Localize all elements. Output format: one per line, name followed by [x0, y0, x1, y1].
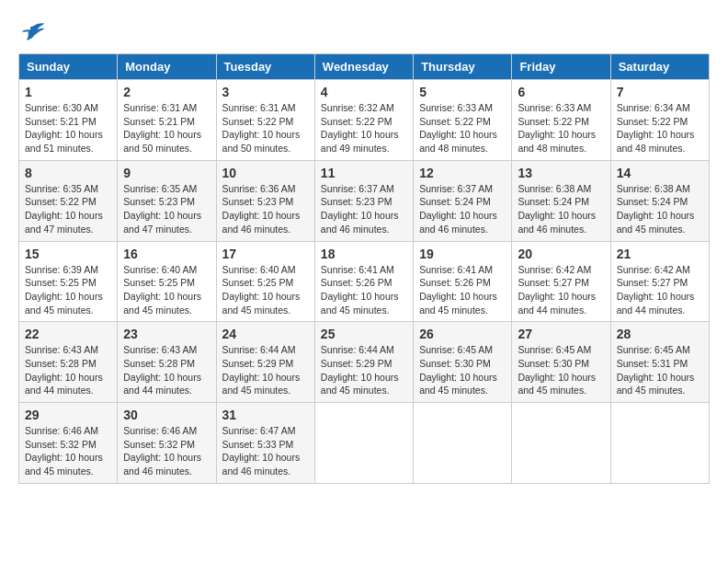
day-info: Sunrise: 6:39 AM Sunset: 5:25 PM Dayligh…	[25, 263, 111, 317]
calendar-cell: 2 Sunrise: 6:31 AM Sunset: 5:21 PM Dayli…	[118, 80, 216, 161]
day-number: 9	[123, 166, 210, 180]
calendar-cell	[512, 403, 610, 484]
calendar-cell	[414, 403, 512, 484]
day-number: 18	[321, 247, 407, 261]
day-number: 17	[222, 247, 309, 261]
day-number: 29	[25, 408, 111, 422]
day-number: 23	[123, 327, 210, 341]
calendar-cell: 26 Sunrise: 6:45 AM Sunset: 5:30 PM Dayl…	[414, 322, 512, 403]
day-info: Sunrise: 6:42 AM Sunset: 5:27 PM Dayligh…	[518, 263, 604, 317]
calendar-body: 1 Sunrise: 6:30 AM Sunset: 5:21 PM Dayli…	[19, 80, 710, 484]
day-info: Sunrise: 6:38 AM Sunset: 5:24 PM Dayligh…	[617, 182, 703, 236]
day-info: Sunrise: 6:43 AM Sunset: 5:28 PM Dayligh…	[25, 343, 111, 397]
day-info: Sunrise: 6:33 AM Sunset: 5:22 PM Dayligh…	[419, 101, 506, 155]
day-number: 2	[123, 85, 210, 99]
day-header-monday: Monday	[118, 54, 216, 80]
day-number: 8	[25, 166, 111, 180]
day-info: Sunrise: 6:47 AM Sunset: 5:33 PM Dayligh…	[222, 424, 309, 478]
calendar-cell: 29 Sunrise: 6:46 AM Sunset: 5:32 PM Dayl…	[19, 403, 118, 484]
calendar-cell: 28 Sunrise: 6:45 AM Sunset: 5:31 PM Dayl…	[610, 322, 709, 403]
day-info: Sunrise: 6:41 AM Sunset: 5:26 PM Dayligh…	[419, 263, 506, 317]
day-info: Sunrise: 6:40 AM Sunset: 5:25 PM Dayligh…	[222, 263, 309, 317]
day-number: 19	[419, 247, 506, 261]
calendar-cell: 7 Sunrise: 6:34 AM Sunset: 5:22 PM Dayli…	[610, 80, 709, 161]
logo-bird-icon	[20, 18, 46, 44]
calendar-cell: 10 Sunrise: 6:36 AM Sunset: 5:23 PM Dayl…	[216, 160, 314, 241]
calendar-cell: 12 Sunrise: 6:37 AM Sunset: 5:24 PM Dayl…	[414, 160, 512, 241]
day-number: 31	[222, 408, 309, 422]
logo-text	[18, 18, 46, 44]
day-info: Sunrise: 6:37 AM Sunset: 5:24 PM Dayligh…	[419, 182, 506, 236]
day-info: Sunrise: 6:44 AM Sunset: 5:29 PM Dayligh…	[321, 343, 407, 397]
calendar-cell: 11 Sunrise: 6:37 AM Sunset: 5:23 PM Dayl…	[314, 160, 413, 241]
calendar-cell: 3 Sunrise: 6:31 AM Sunset: 5:22 PM Dayli…	[216, 80, 314, 161]
calendar-cell: 6 Sunrise: 6:33 AM Sunset: 5:22 PM Dayli…	[512, 80, 610, 161]
day-number: 20	[518, 247, 604, 261]
calendar-cell: 27 Sunrise: 6:45 AM Sunset: 5:30 PM Dayl…	[512, 322, 610, 403]
day-info: Sunrise: 6:33 AM Sunset: 5:22 PM Dayligh…	[518, 101, 604, 155]
day-number: 28	[617, 327, 703, 341]
day-info: Sunrise: 6:32 AM Sunset: 5:22 PM Dayligh…	[321, 101, 407, 155]
day-info: Sunrise: 6:38 AM Sunset: 5:24 PM Dayligh…	[518, 182, 604, 236]
day-info: Sunrise: 6:46 AM Sunset: 5:32 PM Dayligh…	[25, 424, 111, 478]
calendar-cell: 31 Sunrise: 6:47 AM Sunset: 5:33 PM Dayl…	[216, 403, 314, 484]
day-number: 27	[518, 327, 604, 341]
calendar-header-row: SundayMondayTuesdayWednesdayThursdayFrid…	[19, 54, 710, 80]
calendar-week-2: 8 Sunrise: 6:35 AM Sunset: 5:22 PM Dayli…	[19, 160, 710, 241]
day-info: Sunrise: 6:35 AM Sunset: 5:23 PM Dayligh…	[123, 182, 210, 236]
day-number: 26	[419, 327, 506, 341]
day-info: Sunrise: 6:35 AM Sunset: 5:22 PM Dayligh…	[25, 182, 111, 236]
day-number: 7	[617, 85, 703, 99]
day-header-friday: Friday	[512, 54, 610, 80]
calendar-week-5: 29 Sunrise: 6:46 AM Sunset: 5:32 PM Dayl…	[19, 403, 710, 484]
day-info: Sunrise: 6:45 AM Sunset: 5:31 PM Dayligh…	[617, 343, 703, 397]
calendar-week-4: 22 Sunrise: 6:43 AM Sunset: 5:28 PM Dayl…	[19, 322, 710, 403]
calendar-cell: 23 Sunrise: 6:43 AM Sunset: 5:28 PM Dayl…	[118, 322, 216, 403]
day-info: Sunrise: 6:40 AM Sunset: 5:25 PM Dayligh…	[123, 263, 210, 317]
day-header-tuesday: Tuesday	[216, 54, 314, 80]
day-info: Sunrise: 6:45 AM Sunset: 5:30 PM Dayligh…	[518, 343, 604, 397]
calendar-cell: 25 Sunrise: 6:44 AM Sunset: 5:29 PM Dayl…	[314, 322, 413, 403]
calendar-cell: 13 Sunrise: 6:38 AM Sunset: 5:24 PM Dayl…	[512, 160, 610, 241]
calendar-cell: 21 Sunrise: 6:42 AM Sunset: 5:27 PM Dayl…	[610, 241, 709, 322]
day-info: Sunrise: 6:46 AM Sunset: 5:32 PM Dayligh…	[123, 424, 210, 478]
day-number: 10	[222, 166, 309, 180]
calendar-cell: 18 Sunrise: 6:41 AM Sunset: 5:26 PM Dayl…	[314, 241, 413, 322]
calendar-cell: 22 Sunrise: 6:43 AM Sunset: 5:28 PM Dayl…	[19, 322, 118, 403]
day-info: Sunrise: 6:45 AM Sunset: 5:30 PM Dayligh…	[419, 343, 506, 397]
day-number: 25	[321, 327, 407, 341]
day-number: 5	[419, 85, 506, 99]
calendar-cell: 16 Sunrise: 6:40 AM Sunset: 5:25 PM Dayl…	[118, 241, 216, 322]
calendar-cell: 5 Sunrise: 6:33 AM Sunset: 5:22 PM Dayli…	[414, 80, 512, 161]
day-number: 16	[123, 247, 210, 261]
calendar-cell: 24 Sunrise: 6:44 AM Sunset: 5:29 PM Dayl…	[216, 322, 314, 403]
calendar-cell	[610, 403, 709, 484]
day-number: 21	[617, 247, 703, 261]
header	[18, 18, 710, 44]
day-info: Sunrise: 6:41 AM Sunset: 5:26 PM Dayligh…	[321, 263, 407, 317]
calendar-cell: 14 Sunrise: 6:38 AM Sunset: 5:24 PM Dayl…	[610, 160, 709, 241]
calendar-cell: 19 Sunrise: 6:41 AM Sunset: 5:26 PM Dayl…	[414, 241, 512, 322]
calendar-table: SundayMondayTuesdayWednesdayThursdayFrid…	[18, 53, 710, 484]
day-info: Sunrise: 6:44 AM Sunset: 5:29 PM Dayligh…	[222, 343, 309, 397]
calendar-cell	[314, 403, 413, 484]
calendar-cell: 17 Sunrise: 6:40 AM Sunset: 5:25 PM Dayl…	[216, 241, 314, 322]
day-info: Sunrise: 6:43 AM Sunset: 5:28 PM Dayligh…	[123, 343, 210, 397]
day-number: 6	[518, 85, 604, 99]
day-number: 22	[25, 327, 111, 341]
day-number: 11	[321, 166, 407, 180]
day-number: 15	[25, 247, 111, 261]
day-number: 30	[123, 408, 210, 422]
calendar-cell: 20 Sunrise: 6:42 AM Sunset: 5:27 PM Dayl…	[512, 241, 610, 322]
day-header-wednesday: Wednesday	[314, 54, 413, 80]
day-info: Sunrise: 6:37 AM Sunset: 5:23 PM Dayligh…	[321, 182, 407, 236]
day-header-sunday: Sunday	[19, 54, 118, 80]
day-number: 3	[222, 85, 309, 99]
day-header-saturday: Saturday	[610, 54, 709, 80]
day-number: 24	[222, 327, 309, 341]
day-number: 13	[518, 166, 604, 180]
calendar-week-3: 15 Sunrise: 6:39 AM Sunset: 5:25 PM Dayl…	[19, 241, 710, 322]
day-info: Sunrise: 6:31 AM Sunset: 5:21 PM Dayligh…	[123, 101, 210, 155]
calendar-cell: 8 Sunrise: 6:35 AM Sunset: 5:22 PM Dayli…	[19, 160, 118, 241]
day-info: Sunrise: 6:31 AM Sunset: 5:22 PM Dayligh…	[222, 101, 309, 155]
